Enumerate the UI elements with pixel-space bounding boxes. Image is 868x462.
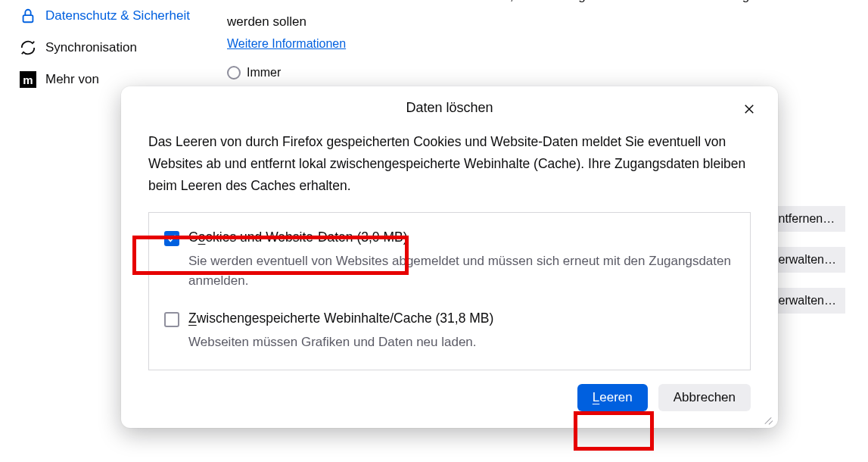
options-box: Cookies und Website-Daten (3,0 MB) Sie w…	[148, 212, 751, 370]
option-cache[interactable]: Zwischengespeicherte Webinhalte/Cache (3…	[164, 311, 735, 352]
option-cookies[interactable]: Cookies und Website-Daten (3,0 MB) Sie w…	[164, 229, 735, 292]
resize-handle[interactable]	[760, 411, 772, 423]
option-cookies-desc: Sie werden eventuell von Websites abgeme…	[188, 251, 735, 292]
checkbox-cache[interactable]	[164, 312, 179, 327]
cancel-button[interactable]: Abbrechen	[658, 384, 751, 411]
option-cookies-title: Cookies und Website-Daten (3,0 MB)	[188, 229, 735, 245]
clear-data-dialog: Daten löschen Das Leeren von durch Firef…	[121, 86, 778, 428]
dialog-title: Daten löschen	[406, 100, 493, 115]
dialog-intro: Das Leeren von durch Firefox gespeichert…	[148, 131, 751, 197]
option-cache-desc: Webseiten müssen Grafiken und Daten neu …	[188, 332, 735, 352]
checkbox-cookies[interactable]	[164, 231, 179, 246]
close-button[interactable]	[740, 100, 758, 118]
clear-button[interactable]: Leeren	[577, 384, 648, 411]
option-cache-title: Zwischengespeicherte Webinhalte/Cache (3…	[188, 311, 735, 326]
